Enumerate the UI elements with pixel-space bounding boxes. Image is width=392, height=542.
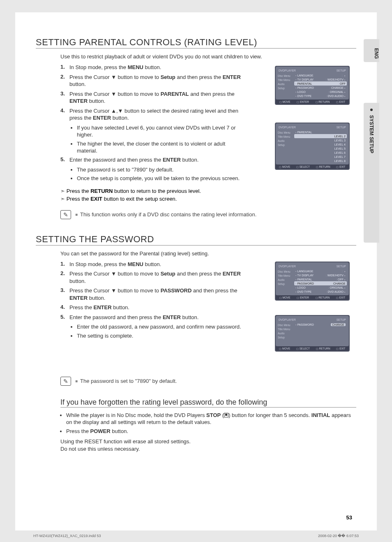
- section3-plain1: Using the RESET function will erase all …: [60, 438, 356, 445]
- section1-title: SETTING PARENTAL CONTROLS (RATING LEVEL): [36, 37, 356, 49]
- list-item: The higher the level, the closer the con…: [77, 140, 243, 155]
- list-item: Press the RETURN button to return to the…: [60, 188, 243, 194]
- list-item: 5.Enter the password and then press the …: [60, 314, 243, 321]
- list-item: 3.Press the Cursor ▼ button to move to P…: [60, 90, 243, 105]
- footer-timestamp: 2008-02-20 �� 6:07:53: [318, 534, 359, 538]
- note-icon: ✎: [60, 377, 71, 386]
- list-item: The password is set to "7890" by default…: [77, 166, 243, 174]
- list-item: 4.Press the ENTER button.: [60, 304, 243, 311]
- list-item: Press the EXIT button to exit the setup …: [60, 196, 243, 202]
- list-item: Press the POWER button.: [66, 428, 356, 435]
- list-item: 2.Press the Cursor ▼ button to move to S…: [60, 270, 243, 285]
- osd-screenshot-password-change: DVDPLAYERSETUPDisc MenuTitle MenuAudioSe…: [275, 315, 350, 352]
- list-item: Enter the old password, a new password, …: [77, 323, 243, 331]
- stop-icon: [224, 413, 228, 417]
- list-item: 1.In Stop mode, press the MENU button.: [60, 261, 243, 268]
- section1-intro: Use this to restrict playback of adult o…: [60, 53, 356, 60]
- section3-plain2: Do not use this unless necessary.: [60, 445, 356, 453]
- list-item: 4.Press the Cursor ▲,▼ button to select …: [60, 107, 243, 122]
- list-item: While the player is in No DIsc mode, hol…: [66, 412, 356, 426]
- section2-intro: You can set the password for the Parenta…: [60, 250, 356, 257]
- list-item: 2.Press the Cursor ▼ button to move to S…: [60, 74, 243, 88]
- footer-filename: HT-WZ410(TWZ412)_XAC_0219.indd 53: [33, 534, 101, 538]
- section2-note: ✎ ■ The password is set to "7890" by def…: [60, 377, 356, 386]
- section3-title: If you have forgotten the rating level p…: [60, 398, 356, 408]
- side-tab-language: ENG: [364, 39, 379, 62]
- bullet-icon: [370, 109, 373, 111]
- list-item: The setting is complete.: [77, 332, 243, 340]
- bullet-icon: ■: [75, 379, 78, 383]
- section1-steps: 1.In Stop mode, press the MENU button.2.…: [60, 64, 243, 182]
- osd-screenshot-parental-levels: DVDPLAYERSETUPDisc MenuTitle MenuAudioSe…: [275, 123, 350, 170]
- side-tab-section: SYSTEM SETUP: [364, 103, 379, 243]
- section2-title: SETTING THE PASSWORD: [36, 234, 356, 246]
- list-item: 1.In Stop mode, press the MENU button.: [60, 64, 243, 71]
- note-icon: ✎: [60, 210, 71, 219]
- list-item: 3.Press the Cursor ▼ button to move to P…: [60, 287, 243, 301]
- side-section-label: SYSTEM SETUP: [369, 115, 374, 153]
- osd-screenshot-parental-setup: DVDPLAYERSETUPDisc MenuTitle MenuAudioSe…: [275, 66, 350, 105]
- list-item: If you have selected Level 6, you cannot…: [77, 124, 243, 139]
- section1-note-text: This function works only if a DVD disc c…: [80, 211, 256, 218]
- osd-screenshot-password-setup: DVDPLAYERSETUPDisc MenuTitle MenuAudioSe…: [275, 262, 350, 301]
- section2-steps: 1.In Stop mode, press the MENU button.2.…: [60, 261, 243, 340]
- section2-note-text: The password is set to "7890" by default…: [80, 378, 177, 384]
- list-item: Once the setup is complete, you will be …: [77, 175, 243, 182]
- section1-note: ✎ ■ This function works only if a DVD di…: [60, 210, 356, 219]
- page-number: 53: [346, 514, 352, 521]
- list-item: 5.Enter the password and then press the …: [60, 156, 243, 164]
- section3-bullets: While the player is in No DIsc mode, hol…: [66, 412, 356, 435]
- bullet-icon: ■: [75, 212, 78, 217]
- section1-arrow-notes: Press the RETURN button to return to the…: [60, 188, 243, 202]
